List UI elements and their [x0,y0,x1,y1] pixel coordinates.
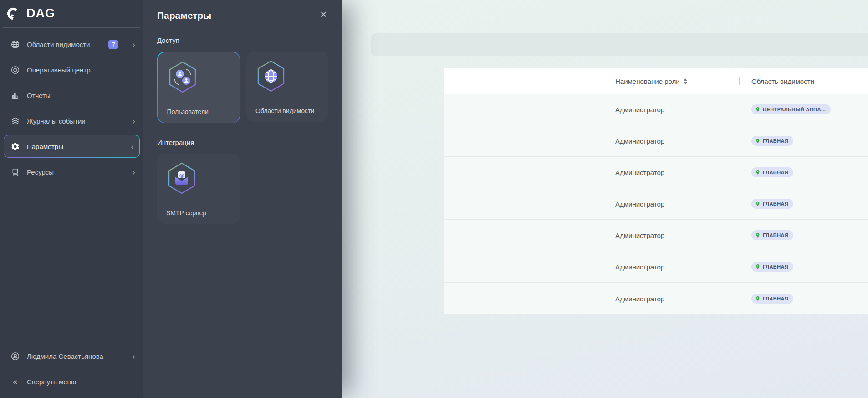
column-divider [739,77,740,85]
table-row: Администратор ЦЕНТРАЛЬНЫЙ АППА... [444,94,868,125]
gear-icon [10,141,20,151]
sidebar-item-label: Оперативный центр [27,66,138,74]
panel-title: Параметры [157,10,211,21]
sidebar-item-label: Журналы событий [27,117,123,125]
sidebar-item-scopes[interactable]: Области видимости 7 › [0,31,143,57]
sidebar-item-event-logs[interactable]: Журналы событий › [0,108,143,134]
bar-chart-icon [10,90,20,100]
scope-badge-label: ГЛАВНАЯ [763,201,788,207]
sidebar-item-reports[interactable]: Отчеты [0,83,143,108]
card-users[interactable]: Пользователи [157,52,240,123]
globe-icon [10,39,20,49]
column-header-scope: Область видимости [751,68,814,94]
pin-icon [755,107,761,112]
chevron-right-icon[interactable]: › [129,116,138,125]
access-cards: Пользователи Области видимости [157,52,328,123]
role-cell: Администратор [615,200,664,208]
role-cell: Администратор [615,232,664,239]
role-cell: Администратор [615,263,664,271]
scope-badge-label: ЦЕНТРАЛЬНЫЙ АППА... [763,107,826,112]
double-chevron-left-icon: « [10,377,20,387]
chevron-right-icon[interactable]: › [129,167,138,176]
card-scopes[interactable]: Области видимости [246,52,328,122]
pin-icon [755,138,761,144]
user-name: Людмила Севастьянова [27,352,123,360]
column-divider [603,77,603,85]
role-cell: Администратор [615,137,664,145]
sidebar-nav: Области видимости 7 › Оперативный центр … [0,31,143,185]
column-header-role[interactable]: Наименование роли [615,68,687,94]
user-icon [10,351,20,361]
role-cell: Администратор [615,169,664,176]
card-users-label: Пользователи [167,107,209,116]
sidebar-item-operations-center[interactable]: Оперативный центр [0,57,143,83]
table-row: Администратор ГЛАВНАЯ [444,283,868,314]
collapse-menu-button[interactable]: « Свернуть меню [0,369,143,394]
table-row: Администратор ГЛАВНАЯ [444,125,868,157]
table-row: Администратор ГЛАВНАЯ [444,157,868,188]
scope-badge-label: ГЛАВНАЯ [763,170,788,175]
sidebar-item-settings[interactable]: Параметры ‹ [4,135,140,158]
scope-badge-label: ГЛАВНАЯ [763,138,788,144]
users-icon [168,61,197,93]
card-smtp-label: SMTP сервер [166,208,206,217]
target-icon [10,65,20,75]
scope-badge: ГЛАВНАЯ [751,230,793,240]
close-icon[interactable]: × [319,8,328,20]
column-header-role-label: Наименование роли [615,78,680,85]
chevron-left-icon[interactable]: ‹ [128,142,137,151]
collapse-menu-label: Свернуть меню [27,378,138,386]
roles-table: Наименование роли Область видимости Акти… [444,68,868,314]
scope-badge: ЦЕНТРАЛЬНЫЙ АППА... [751,104,831,114]
card-users-inner: Пользователи [158,52,240,123]
sidebar-item-label: Ресурсы [27,168,123,176]
sidebar-item-resources[interactable]: Ресурсы › [0,159,143,185]
sidebar-bottom: Людмила Севастьянова › « Свернуть меню [0,343,143,398]
table-body: Администратор ЦЕНТРАЛЬНЫЙ АППА... Админи… [444,94,868,314]
sort-icon[interactable] [684,78,687,84]
table-row: Администратор ГЛАВНАЯ [444,251,868,283]
scope-badge: ГЛАВНАЯ [751,199,793,209]
integration-cards: @ SMTP сервер [157,154,328,224]
pin-icon [755,264,761,269]
panel-header: Параметры × [157,10,328,21]
globe-icon [256,60,286,93]
card-scopes-label: Области видимости [255,106,314,115]
scope-badge: ГЛАВНАЯ [751,136,793,146]
scope-badge-label: ГЛАВНАЯ [763,233,788,238]
table-header: Наименование роли Область видимости Акти… [444,68,868,94]
section-label-access: Доступ [157,36,328,44]
svg-text:@: @ [179,172,184,178]
scope-badge-label: ГЛАВНАЯ [763,296,788,301]
section-label-integration: Интеграция [157,139,328,146]
pin-icon [755,233,761,238]
chevron-right-icon[interactable]: › [129,351,138,361]
table-row: Администратор ГЛАВНАЯ [444,188,868,220]
table-row: Администратор ГЛАВНАЯ [444,220,868,251]
settings-panel: Параметры × Доступ Пользователи [143,0,342,398]
sidebar-item-label: Отчеты [27,92,138,99]
dag-logo-icon [6,5,21,21]
scope-badge: ГЛАВНАЯ [751,262,793,272]
role-cell: Администратор [615,106,664,114]
scope-badge: ГЛАВНАЯ [751,294,793,304]
count-badge: 7 [108,40,118,49]
sidebar: DAG Области видимости 7 › Оперативный це… [0,0,143,398]
column-header-scope-label: Область видимости [751,78,814,85]
divider [3,27,140,28]
sidebar-item-label: Параметры [27,143,121,150]
pin-icon [755,170,761,175]
app-title: DAG [26,6,55,21]
layers-icon [10,116,20,126]
pin-icon [755,201,761,207]
scope-badge-label: ГЛАВНАЯ [763,264,788,269]
search-input[interactable] [371,33,868,56]
sidebar-item-label: Области видимости [27,41,102,48]
mail-icon: @ [167,162,196,195]
card-smtp[interactable]: @ SMTP сервер [157,154,240,224]
role-cell: Администратор [615,295,664,302]
user-menu[interactable]: Людмила Севастьянова › [0,343,143,369]
chevron-right-icon[interactable]: › [129,40,138,49]
network-icon [10,167,20,177]
pin-icon [755,296,761,301]
